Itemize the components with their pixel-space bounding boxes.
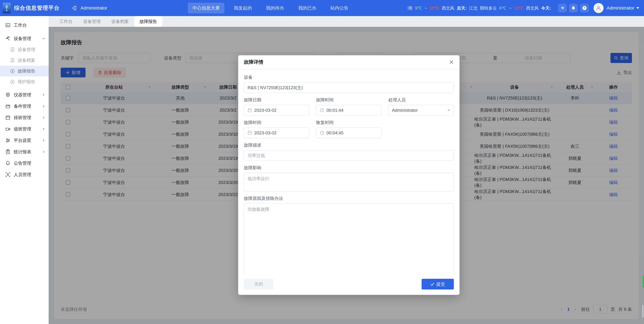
device-input-wrap — [244, 82, 454, 93]
sidebar-item-label: 统计报表 — [14, 149, 31, 155]
sidebar-item-duty-mgmt[interactable]: 值班管理 — [0, 123, 49, 135]
chevron-down-icon — [448, 110, 450, 111]
calendar-icon — [248, 108, 252, 112]
sidebar-subitem-device-archive[interactable]: 设备档案 — [0, 55, 49, 66]
paper-plane-icon — [560, 6, 565, 10]
handler-value: Administrator — [392, 108, 418, 113]
close-button[interactable]: 关闭 — [244, 279, 273, 290]
fault-time2-field-label: 故障时间 — [244, 120, 310, 125]
nav-item-done[interactable]: 我的已办 — [294, 3, 321, 13]
send-button[interactable] — [558, 4, 567, 12]
chevron-right-icon — [42, 93, 45, 96]
tab-device-mgmt[interactable]: 设备管理 — [78, 16, 106, 27]
app-logo — [3, 3, 11, 13]
document-icon — [10, 47, 15, 52]
sidebar-item-label: 维护报告 — [18, 79, 35, 85]
sidebar-item-workbench[interactable]: 工作台 — [0, 19, 49, 31]
device-field-label: 设备 — [244, 74, 454, 80]
weather-after-city: 江北 — [469, 6, 478, 10]
fault-detail-modal: 故障详情 ✕ 设备 故障日期 2023-03-02 故障时间 — [238, 55, 460, 295]
recover-time-field-label: 恢复时间 — [316, 120, 382, 125]
chevron-down-icon — [42, 37, 45, 40]
topbar-nav: 中心信息大屏 我发起的 我的待办 我的已办 站内公告 — [188, 0, 353, 16]
sidebar-item-device-mgmt[interactable]: 设备管理 — [0, 33, 49, 44]
user-menu[interactable]: Administrator — [606, 5, 634, 11]
chevron-right-icon — [42, 104, 45, 108]
fault-time2-picker[interactable]: 2023-03-02 — [244, 127, 310, 138]
sidebar-item-label: 公告管理 — [14, 160, 31, 166]
sidebar-item-instrument-mgmt[interactable]: 仪器管理 — [0, 89, 49, 100]
modal-title: 故障详情 — [244, 59, 263, 65]
chevron-right-icon — [42, 150, 45, 153]
weather-sep2: ~ — [509, 6, 511, 10]
weather-after-wind: 西北风 — [526, 6, 539, 10]
tab-fault-report[interactable]: 故障报告 — [134, 16, 162, 27]
clock-icon — [320, 108, 324, 112]
bell-icon — [5, 161, 10, 166]
sidebar-item-spareparts-mgmt[interactable]: 备件管理 — [0, 100, 49, 112]
scrollbar-thumb[interactable] — [642, 305, 644, 318]
sidebar-item-scheduling-mgmt[interactable]: 排班管理 — [0, 112, 49, 123]
user-icon — [596, 5, 602, 11]
instrument-icon — [5, 92, 10, 97]
sidebar-item-label: 平台设置 — [14, 138, 31, 143]
sidebar-item-label: 工作台 — [14, 22, 27, 28]
sidebar-item-platform-settings[interactable]: 平台设置 — [0, 135, 49, 146]
box-icon — [5, 104, 10, 109]
chevron-down-icon — [636, 7, 639, 9]
topbar-right: ~11 3级 明天: 江北 阴转雨 9℃ ~ 10℃ 西北风 后天: 江北 阴转… — [407, 0, 639, 16]
handler-select[interactable]: Administrator — [388, 105, 454, 116]
sidebar-item-label: 备件管理 — [14, 103, 31, 109]
topbar: 综合信息管理平台 Administrator 中心信息大屏 我发起的 我的待办 … — [0, 0, 644, 16]
sidebar-item-label: 排班管理 — [14, 115, 31, 121]
sidebar-subitem-fault-report[interactable]: 故障报告 — [0, 66, 49, 76]
antenna-icon — [4, 4, 10, 12]
sidebar-item-statistics[interactable]: 统计报表 — [0, 146, 49, 157]
sidebar-subitem-device-mgmt[interactable]: 设备管理 — [0, 44, 49, 55]
weather-after-cond: 阴转多云 — [480, 6, 497, 10]
notifications-button[interactable] — [569, 4, 578, 12]
sliders-icon — [5, 138, 10, 143]
sidebar-item-personnel-mgmt[interactable]: 人员管理 — [0, 169, 49, 180]
sidebar-item-label: 值班管理 — [14, 126, 31, 132]
tab-device-archive[interactable]: 设备档案 — [106, 16, 134, 27]
nav-item-initiated[interactable]: 我发起的 — [229, 3, 256, 13]
nav-item-big-screen[interactable]: 中心信息大屏 — [188, 3, 224, 13]
clock-icon — [320, 131, 324, 135]
sidebar-item-announcement-mgmt[interactable]: 公告管理 — [0, 157, 49, 169]
fault-date-picker[interactable]: 2023-03-02 — [244, 105, 310, 116]
desc-input[interactable] — [248, 153, 450, 158]
edge-indicator — [643, 276, 644, 288]
sidebar-collapse-icon[interactable] — [70, 4, 78, 12]
fault-time2-value: 2023-03-02 — [254, 130, 276, 136]
person-badge-icon — [5, 172, 10, 177]
avatar[interactable] — [594, 3, 604, 13]
help-button[interactable]: ? — [580, 4, 589, 12]
impact-textarea[interactable]: 低功率运行 — [244, 173, 454, 192]
close-icon[interactable]: ✕ — [449, 59, 454, 65]
nav-item-announcements[interactable]: 站内公告 — [326, 3, 353, 13]
impact-field-label: 故障影响 — [244, 165, 454, 171]
nav-item-todo[interactable]: 我的待办 — [261, 3, 289, 13]
device-input[interactable] — [248, 85, 450, 90]
cause-textarea[interactable]: 功放板故障 — [244, 203, 454, 275]
cause-field-label: 故障原因及排除办法 — [244, 196, 454, 201]
weather-today-label: 今天: — [541, 6, 551, 10]
fault-time-field-label: 故障时间 — [316, 97, 382, 103]
recover-time-value: 00:04:45 — [326, 130, 344, 136]
tab-workbench[interactable]: 工作台 — [54, 16, 78, 27]
satellite-dish-icon — [5, 36, 10, 41]
question-icon: ? — [582, 5, 587, 10]
weather-tomorrow-wind: 西北风 — [442, 6, 454, 10]
chevron-right-icon — [42, 116, 45, 119]
calendar-icon — [5, 115, 10, 120]
modal-header: 故障详情 ✕ — [238, 55, 460, 69]
sidebar-subitem-maintenance-report[interactable]: 维护报告 — [0, 76, 49, 87]
sidebar-item-label: 人员管理 — [14, 172, 31, 178]
fault-time-picker[interactable]: 00:01:44 — [316, 105, 382, 116]
calendar-icon — [248, 131, 252, 135]
submit-button[interactable]: 提交 — [422, 279, 454, 290]
weather-ticker: ~11 3级 明天: 江北 阴转雨 9℃ ~ 10℃ 西北风 后天: 江北 阴转… — [407, 0, 552, 16]
weather-tomorrow-cond: 阴转雨 — [407, 6, 412, 10]
recover-time-picker[interactable]: 00:04:45 — [316, 127, 382, 138]
